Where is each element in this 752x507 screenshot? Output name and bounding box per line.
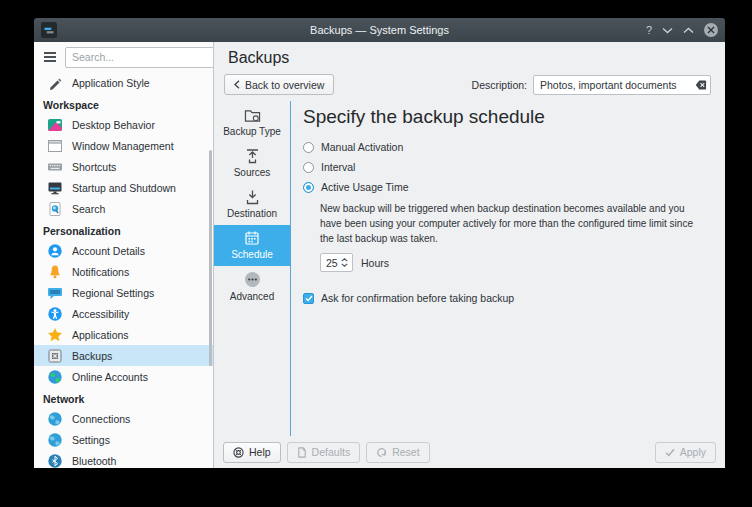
sidebar-item-window-management[interactable]: Window Management — [34, 135, 213, 156]
hours-spinbox[interactable] — [320, 253, 353, 272]
sidebar-item-backups[interactable]: Backups — [34, 345, 213, 366]
startup-shutdown-icon — [47, 180, 63, 196]
sidebar-item-application-style[interactable]: Application Style — [34, 72, 213, 93]
sidebar-item-label: Backups — [72, 350, 112, 362]
sidebar-search-bar — [34, 42, 213, 72]
tab-sources[interactable]: Sources — [214, 143, 290, 184]
sidebar-section-workspace: Workspace — [34, 93, 213, 114]
sidebar-item-search[interactable]: Search — [34, 198, 213, 219]
sidebar-item-label: Applications — [72, 329, 129, 341]
radio-icon — [303, 142, 314, 153]
sidebar: Application Style Workspace Desktop Beha… — [34, 42, 214, 468]
titlebar-help-button[interactable]: ? — [646, 25, 652, 36]
back-to-overview-button[interactable]: Back to overview — [224, 74, 334, 95]
sidebar-item-label: Desktop Behavior — [72, 119, 155, 131]
sidebar-item-label: Shortcuts — [72, 161, 116, 173]
page-title: Backups — [214, 42, 725, 69]
sidebar-item-label: Online Accounts — [72, 371, 148, 383]
sidebar-item-connections[interactable]: Connections — [34, 408, 213, 429]
tab-backup-type[interactable]: Backup Type — [214, 103, 290, 143]
network-settings-icon — [47, 432, 63, 448]
tab-advanced[interactable]: Advanced — [214, 266, 290, 308]
apply-check-icon — [665, 448, 675, 457]
hours-unit-label: Hours — [361, 257, 389, 269]
panel-heading: Specify the backup schedule — [303, 106, 709, 128]
footer-buttons: Help Defaults Reset — [214, 436, 725, 468]
destination-icon — [245, 189, 260, 205]
system-settings-window: Backups — System Settings ? — [34, 18, 725, 468]
defaults-button[interactable]: Defaults — [287, 442, 361, 463]
radio-manual-activation[interactable]: Manual Activation — [303, 141, 709, 153]
sidebar-item-regional-settings[interactable]: Regional Settings — [34, 282, 213, 303]
desktop-behavior-icon — [47, 117, 63, 133]
schedule-icon — [244, 230, 260, 246]
online-accounts-icon — [47, 369, 63, 385]
tab-schedule[interactable]: Schedule — [214, 225, 290, 266]
sidebar-item-desktop-behavior[interactable]: Desktop Behavior — [34, 114, 213, 135]
search-input[interactable] — [65, 47, 214, 68]
backup-tabstrip: Backup Type Sources — [214, 101, 290, 436]
interval-row: Hours — [320, 253, 709, 272]
sidebar-item-bluetooth[interactable]: Bluetooth — [34, 450, 213, 468]
spin-up-icon[interactable] — [341, 258, 348, 262]
sidebar-item-startup-shutdown[interactable]: Startup and Shutdown — [34, 177, 213, 198]
menu-icon[interactable] — [42, 50, 58, 64]
help-button[interactable]: Help — [223, 442, 281, 463]
sidebar-section-personalization: Personalization — [34, 219, 213, 240]
sidebar-item-notifications[interactable]: Notifications — [34, 261, 213, 282]
tab-label: Backup Type — [223, 126, 281, 137]
minimize-icon[interactable] — [662, 27, 673, 34]
apply-button[interactable]: Apply — [655, 442, 716, 463]
defaults-icon — [297, 447, 307, 458]
titlebar[interactable]: Backups — System Settings ? — [34, 18, 725, 42]
schedule-panel: Specify the backup schedule Manual Activ… — [291, 101, 725, 436]
radio-active-usage-time[interactable]: Active Usage Time — [303, 181, 709, 193]
advanced-icon — [244, 271, 261, 288]
radio-icon — [303, 162, 314, 173]
radio-label: Active Usage Time — [321, 181, 409, 193]
sidebar-item-label: Accessibility — [72, 308, 129, 320]
checkbox-checked-icon — [303, 293, 314, 304]
tab-destination[interactable]: Destination — [214, 184, 290, 225]
sidebar-item-label: Connections — [72, 413, 130, 425]
sidebar-item-label: Account Details — [72, 245, 145, 257]
close-button[interactable] — [704, 23, 718, 37]
sidebar-item-online-accounts[interactable]: Online Accounts — [34, 366, 213, 387]
radio-label: Manual Activation — [321, 141, 403, 153]
help-icon — [233, 447, 244, 458]
reset-button-label: Reset — [392, 446, 419, 458]
sidebar-item-accessibility[interactable]: Accessibility — [34, 303, 213, 324]
back-to-overview-label: Back to overview — [245, 79, 324, 91]
tab-label: Destination — [227, 208, 277, 219]
schedule-info-text: New backup will be triggered when backup… — [320, 201, 709, 246]
confirm-checkbox-row[interactable]: Ask for confirmation before taking backu… — [303, 292, 709, 304]
sidebar-item-label: Window Management — [72, 140, 174, 152]
application-style-icon — [47, 75, 63, 91]
reset-button[interactable]: Reset — [366, 442, 429, 463]
shortcuts-icon — [47, 159, 63, 175]
radio-interval[interactable]: Interval — [303, 161, 709, 173]
spin-down-icon[interactable] — [341, 263, 348, 267]
app-icon — [41, 22, 57, 38]
description-label: Description: — [472, 79, 527, 91]
confirm-checkbox-label: Ask for confirmation before taking backu… — [321, 292, 514, 304]
sidebar-item-label: Startup and Shutdown — [72, 182, 176, 194]
sidebar-item-network-settings[interactable]: Settings — [34, 429, 213, 450]
sidebar-scrollbar[interactable] — [209, 150, 212, 366]
main-content: Backups Back to overview Description: — [214, 42, 725, 468]
sidebar-item-label: Regional Settings — [72, 287, 154, 299]
sidebar-item-label: Notifications — [72, 266, 129, 278]
clear-text-icon[interactable] — [695, 79, 707, 91]
maximize-icon[interactable] — [683, 27, 694, 34]
backup-type-icon — [244, 108, 261, 123]
sidebar-item-account-details[interactable]: Account Details — [34, 240, 213, 261]
description-input[interactable] — [533, 75, 711, 95]
window-title: Backups — System Settings — [34, 24, 725, 36]
sidebar-item-applications[interactable]: Applications — [34, 324, 213, 345]
hours-spinbox-input[interactable] — [321, 254, 340, 271]
sidebar-item-shortcuts[interactable]: Shortcuts — [34, 156, 213, 177]
spinbox-arrows[interactable] — [340, 254, 352, 271]
sidebar-item-label: Bluetooth — [72, 455, 116, 467]
applications-icon — [47, 327, 63, 343]
toolbar: Back to overview Description: — [214, 69, 725, 101]
